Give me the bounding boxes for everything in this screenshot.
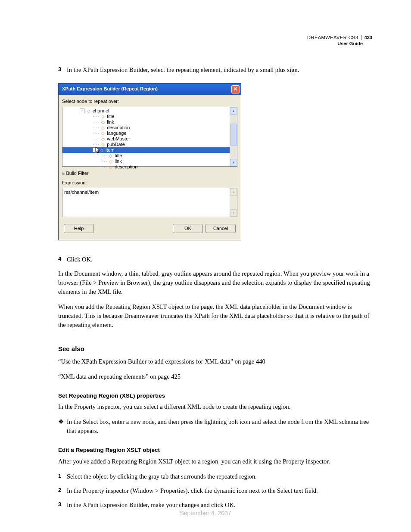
dialog-title: XPath Expression Builder (Repeat Region) bbox=[62, 86, 231, 93]
node-tree[interactable]: − ◇ channel ····◇title ····◇link ····◇de… bbox=[62, 107, 237, 167]
build-filter-toggle[interactable]: Build Filter bbox=[62, 170, 237, 177]
step-text: In the XPath Expression Builder, make yo… bbox=[67, 501, 236, 510]
dialog-titlebar: XPath Expression Builder (Repeat Region)… bbox=[59, 84, 241, 95]
element-icon: ◇ bbox=[100, 119, 105, 125]
help-button[interactable]: Help bbox=[64, 224, 94, 233]
section-heading: Edit a Repeating Region XSLT object bbox=[58, 446, 372, 454]
step-number: 3 bbox=[58, 65, 67, 75]
bullet-item: ❖ In the Select box, enter a new node, a… bbox=[58, 417, 372, 436]
dialog-prompt: Select node to repeat over: bbox=[62, 98, 237, 105]
body-paragraph: In the Document window, a thin, tabbed, … bbox=[58, 269, 372, 296]
collapse-icon[interactable]: − bbox=[93, 148, 97, 152]
tree-node-description[interactable]: ····◇description bbox=[62, 125, 237, 131]
body-paragraph: After you've added a Repeating Region XS… bbox=[58, 457, 372, 466]
step-number: 2 bbox=[58, 486, 67, 495]
step-number: 4 bbox=[58, 255, 67, 264]
expression-textarea[interactable]: rss/channel/item ▴ ▾ bbox=[62, 188, 237, 217]
scroll-down-icon[interactable]: ▾ bbox=[230, 159, 237, 166]
tree-node-item-title[interactable]: ····◇title bbox=[62, 153, 237, 159]
step-row: 2 In the Property inspector (Window > Pr… bbox=[58, 486, 372, 495]
element-icon: ◇ bbox=[100, 136, 105, 142]
element-icon: ◇ bbox=[108, 159, 113, 164]
page-number: 433 bbox=[361, 35, 372, 40]
tree-node-item-description[interactable]: ····◇description bbox=[62, 164, 237, 170]
scrollbar: ▴ ▾ bbox=[230, 188, 237, 217]
tree-node-language[interactable]: ····◇language bbox=[62, 131, 237, 136]
footer-date: September 4, 2007 bbox=[0, 510, 411, 516]
scroll-down-icon: ▾ bbox=[230, 209, 237, 217]
tree-node-item-link[interactable]: ····◇link bbox=[62, 159, 237, 164]
guide-label: User Guide bbox=[307, 40, 372, 47]
collapse-icon[interactable]: − bbox=[80, 109, 84, 113]
step-number: 3 bbox=[58, 501, 67, 510]
section-heading: Set Repeating Region (XSL) properties bbox=[58, 392, 372, 400]
scrollbar[interactable]: ▴ ▾ bbox=[230, 107, 237, 166]
tree-node-channel[interactable]: − ◇ channel bbox=[62, 108, 237, 114]
expression-value: rss/channel/item bbox=[64, 190, 99, 195]
element-icon: ◇ bbox=[99, 147, 104, 153]
tree-node-pubdate[interactable]: ····◇pubDate bbox=[62, 142, 237, 147]
element-icon: ◇ bbox=[108, 164, 113, 170]
expression-label: Expression: bbox=[62, 180, 237, 187]
page-header: DREAMWEAVER CS3 433 User Guide bbox=[307, 34, 372, 47]
element-icon: ◇ bbox=[100, 114, 105, 119]
tree-node-item[interactable]: − ◇ item bbox=[62, 147, 230, 153]
xref-link[interactable]: “Use the XPath Expression Builder to add… bbox=[58, 357, 372, 366]
step-row: 3 In the XPath Expression Builder, make … bbox=[58, 501, 372, 510]
bullet-icon: ❖ bbox=[58, 417, 67, 436]
see-also-heading: See also bbox=[58, 344, 372, 354]
step-text: Click OK. bbox=[67, 255, 93, 264]
step-text: Select the object by clicking the gray t… bbox=[67, 472, 257, 481]
element-icon: ◇ bbox=[100, 142, 105, 147]
body-paragraph: When you add the Repeating Region XSLT o… bbox=[58, 302, 372, 330]
cancel-button[interactable]: Cancel bbox=[206, 224, 236, 233]
bullet-text: In the Select box, enter a new node, and… bbox=[67, 417, 372, 436]
element-icon: ◇ bbox=[86, 108, 91, 114]
step-number: 1 bbox=[58, 472, 67, 481]
body-paragraph: In the Property inspector, you can selec… bbox=[58, 402, 372, 411]
tree-node-link[interactable]: ····◇link bbox=[62, 119, 237, 125]
product-name: DREAMWEAVER CS3 bbox=[307, 35, 358, 40]
scroll-thumb[interactable] bbox=[230, 124, 237, 146]
step-4: 4 Click OK. bbox=[58, 255, 372, 264]
close-icon[interactable]: ✕ bbox=[231, 85, 240, 93]
step-3: 3 In the XPath Expression Builder, selec… bbox=[58, 65, 372, 75]
element-icon: ◇ bbox=[100, 125, 105, 131]
element-icon: ◇ bbox=[100, 131, 105, 136]
xref-link[interactable]: “XML data and repeating elements” on pag… bbox=[58, 372, 372, 381]
step-row: 1 Select the object by clicking the gray… bbox=[58, 472, 372, 481]
scroll-up-icon: ▴ bbox=[230, 188, 237, 196]
tree-node-title[interactable]: ····◇title bbox=[62, 114, 237, 119]
tree-node-webmaster[interactable]: ····◇webMaster bbox=[62, 136, 237, 142]
step-text: In the Property inspector (Window > Prop… bbox=[67, 486, 318, 495]
ok-button[interactable]: OK bbox=[173, 224, 203, 233]
element-icon: ◇ bbox=[108, 153, 113, 159]
scroll-up-icon[interactable]: ▴ bbox=[230, 107, 237, 115]
step-text: In the XPath Expression Builder, select … bbox=[67, 65, 299, 75]
xpath-builder-dialog: XPath Expression Builder (Repeat Region)… bbox=[58, 83, 241, 240]
